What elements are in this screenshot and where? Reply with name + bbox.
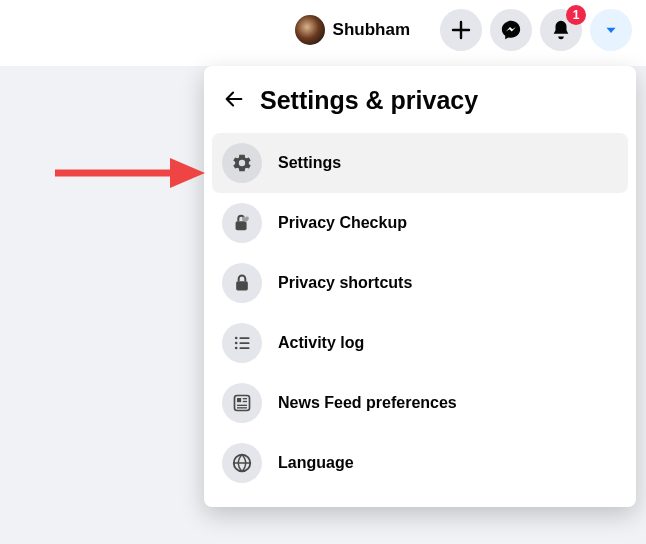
svg-rect-12 xyxy=(237,405,247,406)
menu-item-language[interactable]: Language xyxy=(212,433,628,493)
profile-pill[interactable]: Shubham xyxy=(295,15,410,45)
menu-item-news-feed-preferences[interactable]: News Feed preferences xyxy=(212,373,628,433)
create-button[interactable] xyxy=(440,9,482,51)
messenger-icon xyxy=(500,19,522,41)
svg-point-3 xyxy=(235,342,238,345)
svg-rect-0 xyxy=(236,221,247,230)
svg-rect-6 xyxy=(240,342,250,344)
menu-item-privacy-checkup[interactable]: Privacy Checkup xyxy=(212,193,628,253)
plus-icon xyxy=(451,20,471,40)
menu-item-label: Language xyxy=(278,454,354,472)
menu-item-activity-log[interactable]: Activity log xyxy=(212,313,628,373)
menu-item-label: Activity log xyxy=(278,334,364,352)
menu-item-label: Privacy Checkup xyxy=(278,214,407,232)
lock-heart-icon xyxy=(222,203,262,243)
svg-rect-9 xyxy=(237,398,241,402)
menu-item-label: News Feed preferences xyxy=(278,394,457,412)
svg-point-4 xyxy=(235,347,238,350)
account-dropdown-caret[interactable] xyxy=(590,9,632,51)
menu-item-label: Privacy shortcuts xyxy=(278,274,412,292)
back-button[interactable] xyxy=(222,89,246,113)
gear-icon xyxy=(222,143,262,183)
menu-item-privacy-shortcuts[interactable]: Privacy shortcuts xyxy=(212,253,628,313)
profile-name: Shubham xyxy=(333,20,410,40)
dropdown-title: Settings & privacy xyxy=(260,86,478,115)
menu-item-label: Settings xyxy=(278,154,341,172)
svg-rect-7 xyxy=(240,347,250,349)
settings-privacy-dropdown: Settings & privacy Settings Privacy Chec… xyxy=(204,66,636,507)
avatar xyxy=(295,15,325,45)
caret-down-icon xyxy=(602,21,620,39)
dropdown-header: Settings & privacy xyxy=(212,76,628,133)
svg-rect-11 xyxy=(243,401,247,402)
messenger-button[interactable] xyxy=(490,9,532,51)
notification-badge: 1 xyxy=(566,5,586,25)
feed-icon xyxy=(222,383,262,423)
menu-item-settings[interactable]: Settings xyxy=(212,133,628,193)
arrow-left-icon xyxy=(223,88,245,114)
top-bar: Shubham 1 xyxy=(0,0,646,60)
svg-point-2 xyxy=(235,337,238,340)
lock-icon xyxy=(222,263,262,303)
notifications-button[interactable]: 1 xyxy=(540,9,582,51)
svg-rect-1 xyxy=(236,281,248,290)
list-icon xyxy=(222,323,262,363)
svg-rect-10 xyxy=(243,398,247,399)
svg-rect-13 xyxy=(237,407,247,408)
svg-rect-5 xyxy=(240,337,250,339)
globe-icon xyxy=(222,443,262,483)
